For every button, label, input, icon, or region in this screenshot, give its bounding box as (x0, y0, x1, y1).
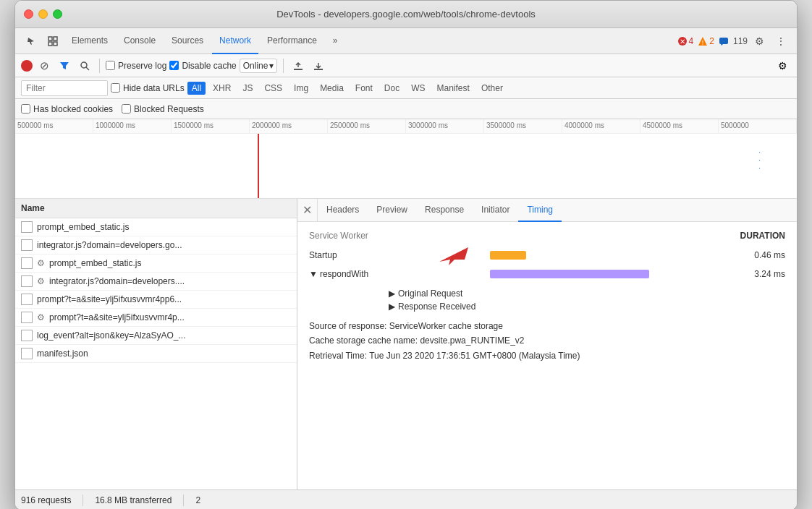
hide-data-urls-label[interactable]: Hide data URLs (111, 83, 185, 93)
startup-label: Startup (309, 250, 389, 260)
timing-text-block: Source of response: ServiceWorker cache … (309, 319, 785, 363)
filter-type-font[interactable]: Font (351, 82, 377, 95)
tab-performance[interactable]: Performance (260, 28, 324, 54)
topnav: Elements Console Sources Network Perform… (15, 28, 797, 54)
status-divider-2 (183, 495, 184, 506)
svg-rect-13 (314, 69, 323, 70)
timeline-waterfall: ··· (758, 148, 761, 172)
list-item[interactable]: ⚙ integrator.js?domain=developers.... (15, 273, 297, 291)
more-options-icon[interactable]: ⋮ (771, 31, 791, 51)
filter-type-manifest[interactable]: Manifest (433, 82, 474, 95)
detail-panel: ✕ Headers Preview Response Initiator Tim… (297, 199, 797, 489)
list-item[interactable]: ⚙ prompt_embed_static.js (15, 254, 297, 273)
record-button[interactable] (21, 60, 33, 72)
list-item[interactable]: integrator.js?domain=developers.go... (15, 236, 297, 254)
maximize-button[interactable] (53, 9, 62, 19)
list-item[interactable]: manifest.json (15, 345, 297, 363)
hide-data-urls-checkbox[interactable] (111, 83, 120, 93)
requests-count: 916 requests (21, 495, 71, 505)
tab-console[interactable]: Console (117, 28, 163, 54)
tab-headers[interactable]: Headers (318, 199, 368, 222)
filter-type-js[interactable]: JS (238, 82, 257, 95)
list-item[interactable]: prompt?t=a&site=ylj5ifxusvvmr4pp6... (15, 291, 297, 309)
response-received-row[interactable]: ▶ Response Received (389, 300, 785, 313)
list-item[interactable]: prompt_embed_static.js (15, 218, 297, 236)
minimize-button[interactable] (38, 9, 48, 19)
upload-icon[interactable] (289, 57, 307, 74)
warn-badge[interactable]: ! 2 (698, 36, 714, 46)
svg-rect-8 (719, 38, 728, 44)
error-badge[interactable]: ✕ 4 (677, 36, 694, 46)
tab-network[interactable]: Network (212, 28, 258, 54)
tick-8: 4500000 ms (640, 119, 719, 133)
svg-rect-2 (48, 42, 52, 46)
network-settings-icon[interactable]: ⚙ (774, 57, 791, 74)
filter-type-all[interactable]: All (187, 82, 206, 95)
network-toolbar: ⊘ Preserve log Disable cache Online ▾ ⚙ (15, 54, 797, 77)
file-icon (21, 348, 33, 359)
gear-icon: ⚙ (37, 312, 45, 322)
startup-value: 0.46 ms (735, 250, 785, 260)
has-blocked-cookies-checkbox[interactable] (21, 104, 30, 114)
preserve-log-checkbox[interactable] (106, 61, 115, 70)
svg-text:✕: ✕ (680, 38, 685, 46)
close-detail-button[interactable]: ✕ (297, 199, 318, 222)
file-icon (21, 221, 33, 233)
throttle-select[interactable]: Online ▾ (240, 59, 278, 73)
main-split: Name prompt_embed_static.js integrator.j… (15, 199, 797, 489)
disable-cache-label[interactable]: Disable cache (169, 61, 236, 71)
respondwith-value: 3.24 ms (735, 269, 785, 279)
blocked-requests-checkbox[interactable] (122, 104, 131, 114)
filter-type-xhr[interactable]: XHR (208, 82, 235, 95)
cursor-icon[interactable] (21, 31, 41, 51)
tab-initiator[interactable]: Initiator (473, 199, 518, 222)
svg-line-11 (86, 67, 89, 70)
download-icon[interactable] (310, 57, 327, 74)
filter-type-other[interactable]: Other (477, 82, 507, 95)
svg-rect-3 (54, 42, 57, 46)
tab-timing[interactable]: Timing (518, 199, 562, 222)
timeline-area: 500000 ms 1000000 ms 1500000 ms 2000000 … (15, 119, 797, 199)
row-name: prompt_embed_static.js (49, 258, 291, 268)
status-divider (83, 495, 83, 506)
tick-2: 1500000 ms (172, 119, 250, 133)
startup-bar-area (396, 249, 727, 261)
inspect-icon[interactable] (43, 31, 63, 51)
filter-type-media[interactable]: Media (316, 82, 348, 95)
row-name: integrator.js?domain=developers.go... (37, 240, 291, 250)
settings-icon[interactable]: ⚙ (749, 31, 769, 51)
file-icon (21, 330, 33, 341)
filter-input[interactable] (21, 80, 108, 96)
tab-response[interactable]: Response (416, 199, 473, 222)
filter-type-ws[interactable]: WS (407, 82, 429, 95)
filter-type-doc[interactable]: Doc (380, 82, 404, 95)
chat-icon (719, 36, 729, 46)
has-blocked-cookies-label[interactable]: Has blocked cookies (21, 104, 113, 114)
original-request-row[interactable]: ▶ Original Request (389, 287, 785, 300)
file-icon (21, 275, 33, 287)
preserve-log-label[interactable]: Preserve log (106, 61, 166, 71)
tab-sources[interactable]: Sources (164, 28, 211, 54)
list-item[interactable]: log_event?alt=json&key=AlzaSyAO_... (15, 327, 297, 345)
traffic-lights (24, 9, 62, 19)
disable-cache-checkbox[interactable] (169, 61, 179, 70)
respondwith-bar (490, 270, 649, 278)
search-icon[interactable] (76, 57, 93, 74)
close-button[interactable] (24, 9, 33, 19)
filter-type-css[interactable]: CSS (260, 82, 287, 95)
filter-icon[interactable] (56, 57, 73, 74)
row-name: prompt?t=a&site=ylj5ifxusvvmr4p... (49, 312, 291, 322)
expand-right-icon: ▶ (389, 301, 395, 312)
tab-more[interactable]: » (326, 28, 345, 54)
list-item[interactable]: ⚙ prompt?t=a&site=ylj5ifxusvvmr4p... (15, 309, 297, 327)
blocked-requests-label[interactable]: Blocked Requests (122, 104, 204, 114)
clear-button[interactable]: ⊘ (35, 57, 53, 74)
tab-elements[interactable]: Elements (64, 28, 115, 54)
window-title: DevTools - developers.google.com/web/too… (276, 9, 536, 20)
expand-icon[interactable]: ▼ (309, 269, 318, 279)
tab-preview[interactable]: Preview (368, 199, 416, 222)
expand-right-icon: ▶ (389, 288, 395, 299)
timeline-content: ··· (15, 134, 797, 199)
service-worker-label: Service Worker DURATION (309, 231, 785, 241)
filter-type-img[interactable]: Img (289, 82, 313, 95)
